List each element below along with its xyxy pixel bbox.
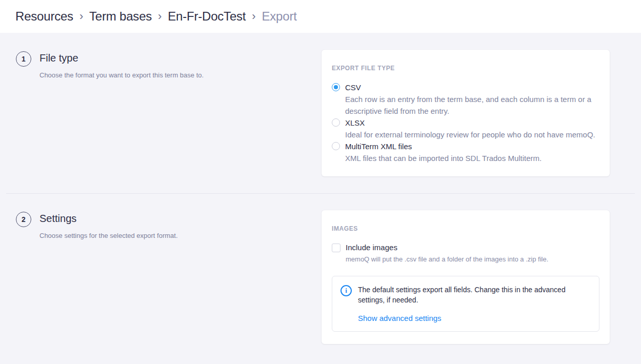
radio-label[interactable]: XLSX	[345, 117, 595, 129]
include-images-checkbox[interactable]	[332, 244, 340, 252]
radio-description: XML files that can be imported into SDL …	[345, 152, 542, 164]
breadcrumb-item-term-bases[interactable]: Term bases	[89, 9, 152, 24]
radio-label[interactable]: CSV	[345, 82, 599, 93]
section-title: Settings	[39, 211, 178, 225]
info-icon: i	[340, 285, 352, 296]
breadcrumb-separator-icon: ›	[246, 10, 262, 23]
section-file-type: 1 File type Choose the format you want t…	[0, 33, 641, 176]
images-group-label: IMAGES	[332, 225, 599, 232]
info-text: The default settings export all fields. …	[358, 285, 591, 305]
section-description: Choose settings for the selected export …	[39, 232, 178, 239]
checkbox-description: memoQ will put the .csv file and a folde…	[346, 254, 548, 264]
radio-option-csv[interactable]: CSV Each row is an entry from the term b…	[332, 82, 599, 117]
radio-option-xlsx[interactable]: XLSX Ideal for external terminology revi…	[332, 117, 599, 140]
breadcrumb-bar: Resources › Term bases › En-Fr-DocTest ›…	[0, 0, 641, 33]
breadcrumb-item-export: Export	[262, 9, 296, 24]
section-settings-header: 2 Settings Choose settings for the selec…	[16, 210, 322, 239]
radio-icon[interactable]	[332, 142, 340, 150]
breadcrumb: Resources › Term bases › En-Fr-DocTest ›…	[15, 9, 297, 24]
checkbox-label[interactable]: Include images	[346, 242, 548, 253]
export-wizard: 1 File type Choose the format you want t…	[0, 33, 641, 344]
step-number-badge: 1	[16, 51, 31, 67]
export-file-type-group-label: EXPORT FILE TYPE	[332, 65, 599, 72]
breadcrumb-item-term-base-name[interactable]: En-Fr-DocTest	[168, 9, 246, 24]
radio-icon[interactable]	[332, 83, 340, 91]
section-description: Choose the format you want to export thi…	[39, 71, 204, 79]
radio-description: Ideal for external terminology review fo…	[345, 129, 595, 140]
file-type-panel: EXPORT FILE TYPE CSV Each row is an entr…	[322, 50, 610, 176]
radio-label[interactable]: MultiTerm XML files	[345, 140, 542, 152]
advanced-settings-info-box: i The default settings export all fields…	[332, 276, 599, 332]
radio-description: Each row is an entry from the term base,…	[345, 93, 599, 117]
breadcrumb-item-resources[interactable]: Resources	[15, 9, 73, 24]
show-advanced-settings-link[interactable]: Show advanced settings	[358, 314, 442, 322]
include-images-row[interactable]: Include images memoQ will put the .csv f…	[332, 242, 599, 264]
breadcrumb-separator-icon: ›	[73, 10, 89, 23]
section-title: File type	[39, 50, 204, 64]
step-number-badge: 2	[16, 212, 31, 227]
section-file-type-header: 1 File type Choose the format you want t…	[16, 50, 322, 79]
breadcrumb-separator-icon: ›	[152, 10, 168, 23]
settings-panel: IMAGES Include images memoQ will put the…	[322, 210, 610, 344]
radio-icon[interactable]	[332, 118, 340, 127]
radio-option-multiterm-xml[interactable]: MultiTerm XML files XML files that can b…	[332, 140, 599, 164]
section-settings: 2 Settings Choose settings for the selec…	[0, 194, 641, 344]
